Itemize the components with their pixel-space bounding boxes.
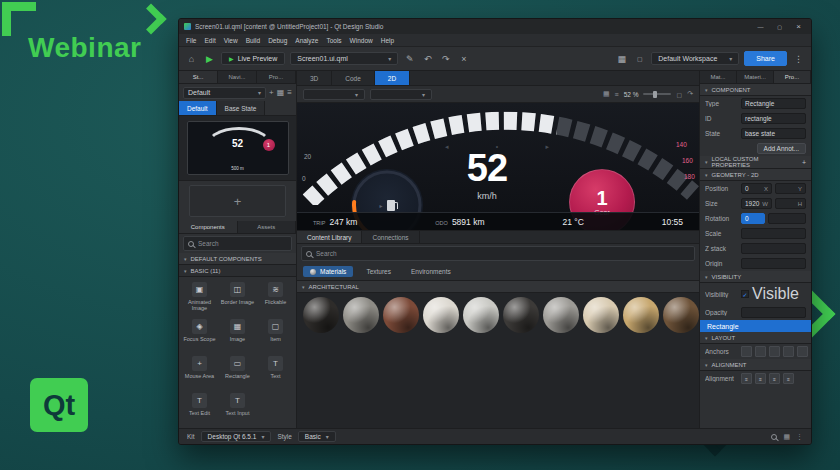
rotation-extra-field[interactable] <box>768 213 806 224</box>
canvas-dropdown-1[interactable]: ▾ <box>303 89 365 100</box>
material-thumbnail[interactable] <box>543 297 579 333</box>
kit-selector[interactable]: Desktop Qt 6.5.1 ▾ <box>201 431 272 442</box>
output-panes-icon[interactable]: ▦ <box>783 433 790 441</box>
component-text[interactable]: TText <box>257 353 294 389</box>
component-image[interactable]: ▦Image <box>219 316 256 352</box>
edit-icon[interactable]: ✎ <box>403 54 416 64</box>
align-icon[interactable]: ≡ <box>769 373 780 384</box>
tab-assets[interactable]: Assets <box>238 221 297 233</box>
state-selector-dropdown[interactable]: Default ▾ <box>183 87 266 99</box>
share-button[interactable]: Share <box>744 51 787 66</box>
list-icon[interactable]: ≡ <box>287 88 292 97</box>
zstack-field[interactable] <box>741 243 806 254</box>
state-field[interactable]: base state <box>741 128 806 139</box>
menu-tools[interactable]: Tools <box>326 37 341 44</box>
section-component[interactable]: ▾ COMPONENT <box>700 84 811 96</box>
tab-3d[interactable]: 3D <box>297 71 332 85</box>
fit-canvas-icon[interactable]: ▢ <box>676 91 682 98</box>
align-icon[interactable]: ≡ <box>755 373 766 384</box>
content-library-search[interactable] <box>301 246 695 261</box>
search-icon[interactable] <box>771 434 777 440</box>
opacity-field[interactable] <box>741 307 806 318</box>
material-thumbnail[interactable] <box>663 297 699 333</box>
tab-states[interactable]: St... <box>179 71 218 83</box>
tab-connections[interactable]: Connections <box>362 231 419 243</box>
tab-properties[interactable]: Pro... <box>774 71 811 83</box>
grid-icon[interactable]: ▦ <box>277 88 285 97</box>
section-default-components[interactable]: ▾ DEFAULT COMPONENTS <box>179 253 296 265</box>
minimize-button[interactable]: — <box>753 21 768 32</box>
position-y-field[interactable]: Y <box>775 183 806 194</box>
tab-content-library[interactable]: Content Library <box>297 231 362 243</box>
component-rectangle[interactable]: ▭Rectangle <box>219 353 256 389</box>
zoom-slider[interactable] <box>643 93 671 95</box>
document-dropdown[interactable]: Screen01.ui.qml ▾ <box>290 52 398 65</box>
undo-icon[interactable]: ↶ <box>421 54 434 64</box>
component-mouse-area[interactable]: +Mouse Area <box>181 353 218 389</box>
category-materials[interactable]: Materials <box>303 266 353 277</box>
menu-window[interactable]: Window <box>350 37 373 44</box>
component-item[interactable]: ▢Item <box>257 316 294 352</box>
reset-view-icon[interactable]: ↷ <box>687 90 693 98</box>
tab-material-browser[interactable]: Mat... <box>700 71 737 83</box>
zoom-slider-knob[interactable] <box>653 91 657 98</box>
canvas-dropdown-2[interactable]: ▾ <box>370 89 432 100</box>
menu-edit[interactable]: Edit <box>204 37 215 44</box>
tab-2d[interactable]: 2D <box>375 71 410 85</box>
material-thumbnail[interactable] <box>423 297 459 333</box>
anchor-icon[interactable] <box>769 346 780 357</box>
section-architectural[interactable]: ▾ ARCHITECTURAL <box>297 281 699 293</box>
visible-checkbox[interactable]: ✓ <box>741 290 749 298</box>
more-icon[interactable]: ⋮ <box>796 433 803 441</box>
scale-field[interactable] <box>741 228 806 239</box>
close-button[interactable]: × <box>791 21 806 32</box>
tab-navigator[interactable]: Navi... <box>218 71 257 83</box>
state-base[interactable]: Base State <box>217 101 266 115</box>
material-thumbnail[interactable] <box>623 297 659 333</box>
component-border-image[interactable]: ◫Border Image <box>219 279 256 315</box>
more-menu-icon[interactable]: ⋮ <box>792 54 805 64</box>
tab-material-editor[interactable]: Materi... <box>737 71 774 83</box>
redo-icon[interactable]: ↷ <box>439 54 452 64</box>
material-thumbnail[interactable] <box>343 297 379 333</box>
selection-popup-item[interactable]: Rectangle <box>700 320 811 332</box>
size-width-field[interactable]: 1920W <box>741 198 772 209</box>
menu-analyze[interactable]: Analyze <box>295 37 318 44</box>
material-thumbnail[interactable] <box>503 297 539 333</box>
anchor-icon[interactable] <box>797 346 808 357</box>
workspace-layout-icon[interactable]: ▢ <box>633 55 646 62</box>
live-preview-button[interactable]: ▶ Live Preview <box>221 52 285 65</box>
tab-code[interactable]: Code <box>332 71 375 85</box>
add-annotation-button[interactable]: Add Annot... <box>757 143 806 154</box>
run-icon[interactable]: ▶ <box>203 54 216 64</box>
position-x-field[interactable]: 0X <box>741 183 772 194</box>
components-search[interactable] <box>183 236 292 251</box>
tab-projects[interactable]: Pro... <box>257 71 296 83</box>
id-field[interactable]: rectangle <box>741 113 806 124</box>
section-visibility[interactable]: ▾ VISIBILITY <box>700 271 811 283</box>
menu-file[interactable]: File <box>186 37 196 44</box>
outline-icon[interactable]: ≡ <box>615 91 619 98</box>
material-thumbnail[interactable] <box>383 297 419 333</box>
home-icon[interactable]: ⌂ <box>185 54 198 64</box>
style-selector[interactable]: Basic ▾ <box>298 431 336 442</box>
material-thumbnail[interactable] <box>463 297 499 333</box>
rotation-field[interactable]: 0 <box>741 213 765 224</box>
component-flickable[interactable]: ≋Flickable <box>257 279 294 315</box>
menu-build[interactable]: Build <box>246 37 260 44</box>
origin-field[interactable] <box>741 258 806 269</box>
state-thumbnail[interactable]: 52 1 500 m <box>187 121 289 175</box>
align-icon[interactable]: ≡ <box>783 373 794 384</box>
design-canvas[interactable]: 20 0 140 160 180 ◂ • ▸ 52 km/h <box>297 103 699 230</box>
category-environments[interactable]: Environments <box>404 266 458 277</box>
tab-components[interactable]: Components <box>179 221 238 233</box>
component-animated-image[interactable]: ▣Animated Image <box>181 279 218 315</box>
material-thumbnail[interactable] <box>583 297 619 333</box>
align-icon[interactable]: ≡ <box>741 373 752 384</box>
state-default[interactable]: Default <box>179 101 217 115</box>
add-state-button[interactable]: + <box>189 185 286 217</box>
maximize-button[interactable]: ▢ <box>772 21 787 32</box>
menu-debug[interactable]: Debug <box>268 37 287 44</box>
add-state-icon[interactable]: + <box>269 88 274 97</box>
section-basic[interactable]: ▾ BASIC (11) <box>179 265 296 277</box>
